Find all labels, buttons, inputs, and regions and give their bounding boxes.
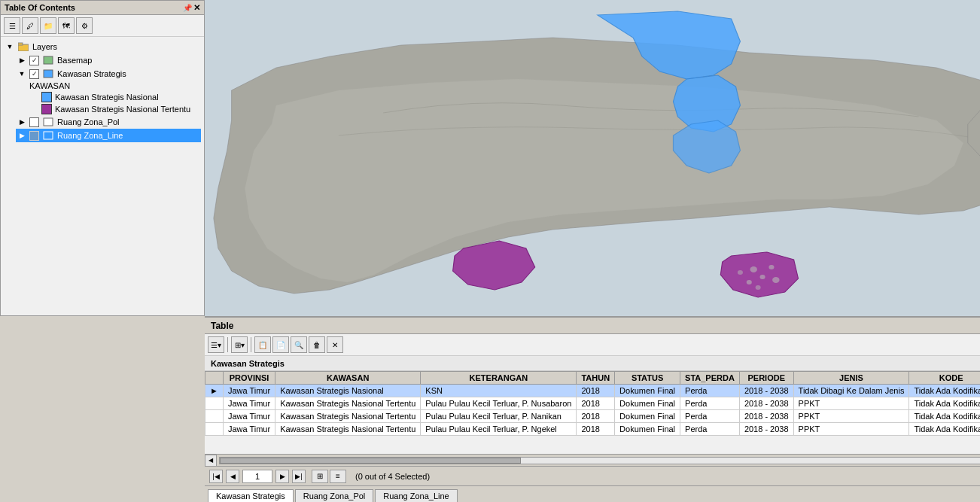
nav-first-btn[interactable]: |◀ (209, 470, 223, 483)
toc-sketch-btn[interactable]: 🖊 (22, 17, 38, 34)
cell-status: Dokumen Final (615, 423, 680, 436)
col-arrow-header (205, 372, 224, 385)
toc-settings-btn[interactable]: ⚙ (76, 17, 93, 34)
basemap-expand-icon[interactable]: ▶ (17, 56, 26, 65)
nav-status: (0 out of 4 Selected) (355, 472, 430, 481)
cell-status: Dokumen Final (615, 410, 680, 423)
svg-point-13 (772, 277, 779, 283)
cell-provinsi: Jawa Timur (223, 397, 275, 410)
row-arrow (205, 410, 224, 423)
table-paste-btn[interactable]: 📄 (272, 336, 289, 353)
ruang-zona-line-label: Ruang Zona_Line (57, 131, 123, 140)
col-kode-header[interactable]: KODE (909, 372, 980, 385)
table-row[interactable]: Jawa TimurKawasan Strategis Nasional Ter… (205, 410, 981, 423)
table-layer-header: Kawasan Strategis ✕ (205, 356, 980, 371)
cell-sta_perda: Perda (680, 385, 740, 397)
table-delete-btn[interactable]: 🗑 (309, 336, 325, 353)
col-periode-header[interactable]: PERIODE (739, 372, 793, 385)
kawasan-nasional-tertentu-label: Kawasan Strategis Nasional Tertentu (55, 105, 190, 114)
ruang-zona-pol-layer-item[interactable]: ▶ Ruang Zona_Pol (16, 115, 201, 129)
table-wrapper[interactable]: PROVINSI KAWASAN KETERANGAN TAHUN STATUS… (205, 371, 980, 454)
toc-panel: Table Of Contents 📌 ✕ ☰ 🖊 📁 🗺 ⚙ ▼ (0, 0, 205, 316)
nav-page-input[interactable] (242, 470, 272, 483)
hscroll-left-btn[interactable]: ◀ (205, 455, 217, 467)
toc-titlebar-icons: 📌 ✕ (183, 3, 200, 13)
layers-expand-icon[interactable]: ▼ (5, 42, 14, 51)
hscroll-track[interactable] (219, 457, 980, 464)
toc-folder-btn[interactable]: 📁 (40, 17, 56, 34)
cell-periode: 2018 - 2038 (739, 423, 793, 436)
ruang-zona-pol-expand-icon[interactable]: ▶ (17, 117, 26, 126)
nav-last-btn[interactable]: ▶| (292, 470, 306, 483)
cell-tahun: 2018 (577, 385, 615, 397)
svg-point-9 (750, 266, 756, 272)
col-sta-perda-header[interactable]: STA_PERDA (680, 372, 740, 385)
toc-pin-icon[interactable]: 📌 (183, 4, 192, 12)
table-clear-btn[interactable]: ✕ (327, 336, 343, 353)
col-keterangan-header[interactable]: KETERANGAN (421, 372, 577, 385)
kawasan-strategis-expand-icon[interactable]: ▼ (17, 69, 26, 78)
col-provinsi-header[interactable]: PROVINSI (223, 372, 275, 385)
tab-ruang-zona-pol[interactable]: Ruang Zona_Pol (295, 489, 374, 502)
table-row[interactable]: ►Jawa TimurKawasan Strategis NasionalKSN… (205, 385, 981, 397)
kawasan-strategis-checkbox[interactable] (29, 69, 39, 79)
ruang-zona-line-checkbox[interactable] (29, 131, 39, 141)
cell-kawasan: Kawasan Strategis Nasional Tertentu (275, 397, 421, 410)
cell-sta_perda: Perda (680, 410, 740, 423)
table-toolbar: ☰▾ ⊞▾ 📋 📄 🔍 🗑 ✕ (205, 334, 980, 356)
cell-tahun: 2018 (577, 410, 615, 423)
svg-rect-2 (44, 56, 53, 64)
row-arrow: ► (205, 385, 224, 397)
col-tahun-header[interactable]: TAHUN (577, 372, 615, 385)
svg-rect-1 (18, 43, 23, 45)
cell-provinsi: Jawa Timur (223, 423, 275, 436)
table-options-btn[interactable]: ☰▾ (208, 336, 224, 353)
map-container[interactable] (205, 0, 980, 316)
table-row[interactable]: Jawa TimurKawasan Strategis Nasional Ter… (205, 397, 981, 410)
kawasan-strategis-label: Kawasan Strategis (57, 69, 126, 78)
cell-kawasan: Kawasan Strategis Nasional Tertentu (275, 423, 421, 436)
tab-ruang-zona-line[interactable]: Ruang Zona_Line (375, 489, 457, 502)
cell-periode: 2018 - 2038 (739, 410, 793, 423)
col-jenis-header[interactable]: JENIS (793, 372, 909, 385)
layers-group-header[interactable]: ▼ Layers (4, 40, 201, 53)
ruang-zona-line-expand-icon[interactable]: ▶ (17, 131, 26, 140)
table-select-btn[interactable]: ⊞▾ (231, 336, 248, 353)
table-grid-view-btn[interactable]: ⊞ (312, 470, 328, 483)
table-copy-btn[interactable]: 📋 (254, 336, 271, 353)
cell-provinsi: Jawa Timur (223, 410, 275, 423)
cell-keterangan: Pulau Pulau Kecil Terluar, P. Ngekel (421, 423, 577, 436)
cell-keterangan: Pulau Pulau Kecil Terluar, P. Nanikan (421, 410, 577, 423)
nav-prev-btn[interactable]: ◀ (226, 470, 239, 483)
cell-kawasan: Kawasan Strategis Nasional (275, 385, 421, 397)
table-nav-bar: |◀ ◀ ▶ ▶| ⊞ ≡ (0 out of 4 Selected) (205, 466, 980, 485)
table-row[interactable]: Jawa TimurKawasan Strategis Nasional Ter… (205, 423, 981, 436)
kawasan-sublabel-text: KAWASAN (29, 81, 70, 90)
toc-close-icon[interactable]: ✕ (193, 3, 200, 13)
kawasan-nasional-swatch (41, 92, 52, 102)
table-list-view-btn[interactable]: ≡ (330, 470, 346, 483)
ruang-zona-pol-checkbox[interactable] (29, 117, 39, 127)
kawasan-strategis-layer-item[interactable]: ▼ Kawasan Strategis (16, 67, 201, 81)
cell-sta_perda: Perda (680, 397, 740, 410)
svg-rect-3 (44, 70, 53, 78)
cell-kawasan: Kawasan Strategis Nasional Tertentu (275, 410, 421, 423)
hscroll-thumb[interactable] (220, 458, 521, 464)
row-arrow (205, 423, 224, 436)
basemap-layer-item[interactable]: ▶ Basemap (16, 53, 201, 67)
ruang-zona-line-layer-item[interactable]: ▶ Ruang Zona_Line (16, 129, 201, 142)
map-svg (205, 0, 980, 316)
toc-map-btn[interactable]: 🗺 (58, 17, 75, 34)
table-find-btn[interactable]: 🔍 (291, 336, 307, 353)
cell-kode: Tidak Ada Kodifikasi (909, 385, 980, 397)
toc-list-btn[interactable]: ☰ (4, 17, 20, 34)
basemap-checkbox[interactable] (29, 56, 39, 65)
cell-kode: Tidak Ada Kodifikasi (909, 397, 980, 410)
kawasan-nasional-tertentu-swatch (41, 104, 52, 114)
map-and-table-section: ▲ ▼ ArcToolbox Image Analysis Create Fea… (205, 0, 980, 502)
nav-next-btn[interactable]: ▶ (275, 470, 289, 483)
col-kawasan-header[interactable]: KAWASAN (275, 372, 421, 385)
table-hscrollbar[interactable]: ◀ ▶ (205, 454, 980, 466)
tab-kawasan-strategis[interactable]: Kawasan Strategis (208, 489, 294, 502)
col-status-header[interactable]: STATUS (615, 372, 680, 385)
